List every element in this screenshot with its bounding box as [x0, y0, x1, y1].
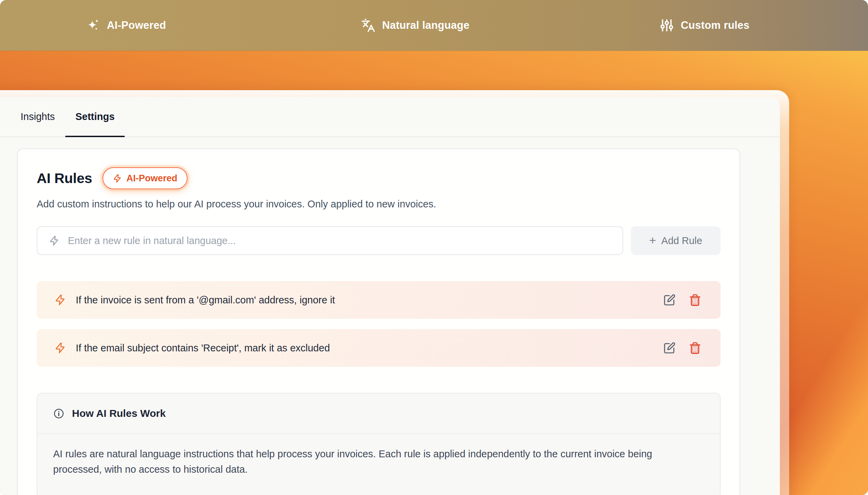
- badge-label: AI-Powered: [126, 173, 178, 184]
- add-rule-button[interactable]: + Add Rule: [631, 226, 721, 255]
- tab-label: Insights: [21, 111, 55, 122]
- settings-content: AI Rules AI-Powered Add custom instructi…: [0, 137, 780, 495]
- delete-rule-button[interactable]: [689, 294, 701, 306]
- feature-label: Natural language: [382, 19, 470, 32]
- tab-label: Settings: [75, 111, 114, 122]
- rule-item: If the invoice is sent from a '@gmail.co…: [37, 281, 721, 319]
- info-icon: [53, 408, 64, 419]
- feature-natural-language: Natural language: [361, 18, 470, 33]
- rule-actions: [663, 294, 701, 306]
- info-box-title: How AI Rules Work: [72, 408, 166, 419]
- add-rule-label: Add Rule: [661, 235, 702, 246]
- zap-icon: [49, 236, 60, 246]
- info-box-body: AI rules are natural language instructio…: [37, 434, 720, 495]
- edit-icon: [663, 342, 676, 354]
- edit-rule-button[interactable]: [663, 342, 676, 354]
- new-rule-field: [37, 226, 623, 255]
- app-screenshot: AI-Powered Natural language Custom rules: [0, 0, 868, 495]
- how-ai-rules-work-box: How AI Rules Work AI rules are natural l…: [37, 393, 721, 495]
- page-title: AI Rules: [37, 170, 92, 186]
- trash-icon: [689, 342, 701, 354]
- feature-custom-rules: Custom rules: [660, 18, 750, 33]
- translate-icon: [361, 18, 375, 33]
- ai-rules-description: Add custom instructions to help our AI p…: [37, 198, 721, 210]
- rule-item: If the email subject contains 'Receipt',…: [37, 329, 721, 367]
- feature-banner: AI-Powered Natural language Custom rules: [0, 0, 868, 51]
- sparkles-icon: [86, 18, 100, 33]
- app-window: Insights Settings AI Rules AI-Powered: [0, 90, 789, 495]
- plus-icon: +: [649, 234, 656, 246]
- feature-ai-powered: AI-Powered: [86, 18, 166, 33]
- new-rule-row: + Add Rule: [37, 226, 721, 255]
- edit-rule-button[interactable]: [663, 294, 676, 306]
- new-rule-input[interactable]: [68, 235, 611, 246]
- sliders-icon: [660, 18, 674, 33]
- rules-list: If the invoice is sent from a '@gmail.co…: [37, 281, 721, 367]
- tab-settings[interactable]: Settings: [65, 97, 125, 136]
- rule-text: If the email subject contains 'Receipt',…: [76, 342, 330, 354]
- rule-actions: [663, 342, 701, 354]
- tab-bar: Insights Settings: [0, 97, 780, 137]
- app-panel: Insights Settings AI Rules AI-Powered: [0, 97, 780, 495]
- ai-rules-header: AI Rules AI-Powered: [37, 167, 721, 189]
- tab-insights[interactable]: Insights: [10, 97, 65, 136]
- zap-icon: [55, 342, 66, 354]
- ai-rules-card: AI Rules AI-Powered Add custom instructi…: [17, 148, 740, 495]
- info-box-header: How AI Rules Work: [37, 394, 720, 434]
- feature-label: AI-Powered: [107, 19, 166, 32]
- edit-icon: [663, 294, 676, 306]
- zap-icon: [113, 174, 122, 183]
- ai-powered-badge: AI-Powered: [103, 167, 188, 189]
- zap-icon: [55, 294, 66, 306]
- rule-text: If the invoice is sent from a '@gmail.co…: [76, 294, 335, 306]
- trash-icon: [689, 294, 701, 306]
- delete-rule-button[interactable]: [689, 342, 701, 354]
- feature-label: Custom rules: [681, 19, 750, 32]
